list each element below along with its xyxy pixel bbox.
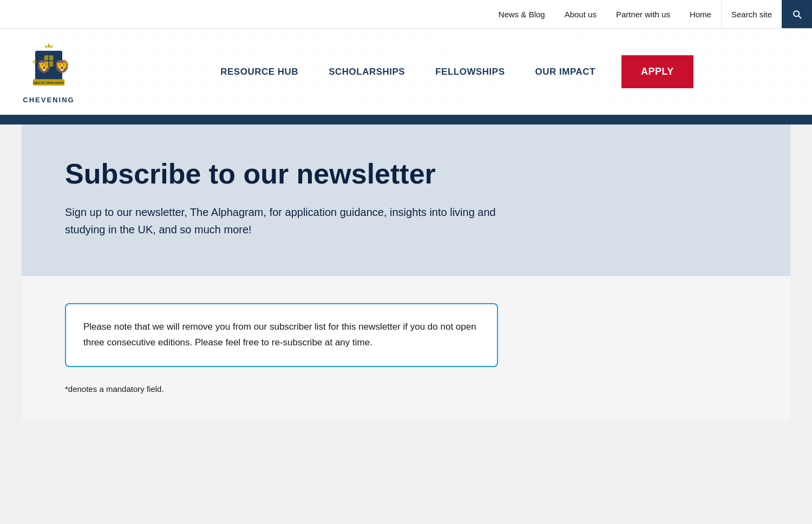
svg-text:DIEU ET MON DROIT: DIEU ET MON DROIT: [33, 81, 64, 84]
svg-marker-3: [44, 43, 54, 49]
search-label: Search site: [722, 1, 782, 28]
content-section: Please note that we will remove you from…: [22, 276, 790, 421]
hero-subtitle: Sign up to our newsletter, The Alphagram…: [65, 204, 525, 238]
search-icon: [791, 9, 802, 19]
top-nav: News & Blog About us Partner with us Hom…: [0, 0, 812, 29]
main-nav: RESOURCE HUB SCHOLARSHIPS FELLOWSHIPS OU…: [108, 55, 790, 88]
search-container: Search site: [721, 0, 812, 28]
nav-home[interactable]: Home: [680, 1, 721, 28]
page-title: Subscribe to our newsletter: [65, 157, 747, 191]
logo-area: 🦁 🦁 ⚜ ⚜ DIEU ET MON DROIT CHEVENING: [22, 29, 76, 115]
nav-our-impact[interactable]: OUR IMPACT: [520, 67, 611, 77]
top-nav-links: News & Blog About us Partner with us Hom…: [489, 1, 721, 28]
notice-box: Please note that we will remove you from…: [65, 303, 498, 367]
hero-section: Subscribe to our newsletter Sign up to o…: [22, 125, 790, 276]
notice-text: Please note that we will remove you from…: [83, 319, 480, 351]
nav-fellowships[interactable]: FELLOWSHIPS: [420, 67, 520, 77]
apply-button[interactable]: APPLY: [621, 55, 693, 88]
nav-about-us[interactable]: About us: [555, 1, 606, 28]
mandatory-note: *denotes a mandatory field.: [65, 384, 747, 394]
nav-news-blog[interactable]: News & Blog: [489, 1, 555, 28]
logo-text: CHEVENING: [23, 96, 74, 104]
dark-banner: [0, 115, 812, 125]
search-button[interactable]: [782, 0, 812, 28]
svg-text:⚜: ⚜: [61, 58, 67, 66]
nav-scholarships[interactable]: SCHOLARSHIPS: [313, 67, 420, 77]
main-header: 🦁 🦁 ⚜ ⚜ DIEU ET MON DROIT CHEVENING RESO…: [0, 29, 812, 115]
chevening-crest: 🦁 🦁 ⚜ ⚜ DIEU ET MON DROIT: [22, 40, 76, 94]
nav-resource-hub[interactable]: RESOURCE HUB: [205, 67, 313, 77]
svg-text:⚜: ⚜: [31, 58, 37, 66]
nav-partner[interactable]: Partner with us: [606, 1, 680, 28]
